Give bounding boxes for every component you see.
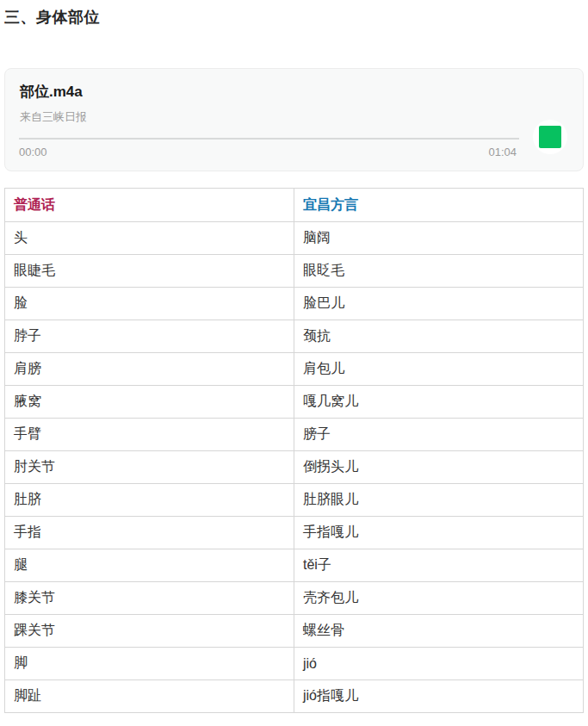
table-row: 腋窝 嘎几窝儿 xyxy=(5,386,584,419)
cell-mandarin: 脸 xyxy=(5,288,294,320)
cell-dialect: 螺丝骨 xyxy=(294,615,584,648)
cell-dialect: jió指嘎儿 xyxy=(294,680,584,713)
cell-dialect: 膀子 xyxy=(294,419,584,451)
table-row: 肘关节 倒拐头儿 xyxy=(5,451,584,484)
audio-file-title: 部位.m4a xyxy=(20,82,83,102)
cell-dialect: 眼眨毛 xyxy=(294,255,584,288)
cell-mandarin: 腋窝 xyxy=(5,386,294,419)
table-row: 膝关节 壳齐包儿 xyxy=(5,582,584,615)
cell-mandarin: 腿 xyxy=(5,549,294,582)
audio-player-card: 部位.m4a 来自三峡日报 00:00 01:04 xyxy=(4,68,584,171)
cell-dialect: 脸巴儿 xyxy=(294,288,584,320)
cell-mandarin: 头 xyxy=(5,222,294,255)
table-row: 脸 脸巴儿 xyxy=(5,288,584,320)
cell-dialect: 嘎几窝儿 xyxy=(294,386,584,419)
table-row: 肚脐 肚脐眼儿 xyxy=(5,484,584,517)
dialect-table: 普通话 宜昌方言 头 脑阔 眼睫毛 眼眨毛 脸 脸巴儿 脖子 颈抗 肩膀 xyxy=(4,188,584,713)
stop-icon xyxy=(539,126,561,148)
cell-dialect: 壳齐包儿 xyxy=(294,582,584,615)
cell-mandarin: 手臂 xyxy=(5,419,294,451)
audio-progress-bar[interactable] xyxy=(19,138,519,140)
table-row: 脚趾 jió指嘎儿 xyxy=(5,680,584,713)
cell-dialect: 颈抗 xyxy=(294,320,584,353)
audio-duration: 01:04 xyxy=(488,146,517,158)
cell-dialect: 脑阔 xyxy=(294,222,584,255)
table-row: 头 脑阔 xyxy=(5,222,584,255)
table-row: 腿 těi子 xyxy=(5,549,584,582)
cell-mandarin: 膝关节 xyxy=(5,582,294,615)
table-row: 脚 jió xyxy=(5,648,584,680)
cell-dialect: 倒拐头儿 xyxy=(294,451,584,484)
cell-mandarin: 肘关节 xyxy=(5,451,294,484)
cell-dialect: 肩包儿 xyxy=(294,353,584,386)
table-row: 踝关节 螺丝骨 xyxy=(5,615,584,648)
cell-dialect: těi子 xyxy=(294,549,584,582)
cell-mandarin: 脚 xyxy=(5,648,294,680)
cell-mandarin: 踝关节 xyxy=(5,615,294,648)
cell-dialect: 肚脐眼儿 xyxy=(294,484,584,517)
cell-mandarin: 脚趾 xyxy=(5,680,294,713)
table-header-row: 普通话 宜昌方言 xyxy=(5,189,584,222)
table-row: 手指 手指嘎儿 xyxy=(5,517,584,549)
cell-mandarin: 手指 xyxy=(5,517,294,549)
table-row: 肩膀 肩包儿 xyxy=(5,353,584,386)
column-header-dialect: 宜昌方言 xyxy=(294,189,584,222)
cell-mandarin: 眼睫毛 xyxy=(5,255,294,288)
cell-mandarin: 脖子 xyxy=(5,320,294,353)
cell-dialect: 手指嘎儿 xyxy=(294,517,584,549)
table-row: 手臂 膀子 xyxy=(5,419,584,451)
cell-mandarin: 肚脐 xyxy=(5,484,294,517)
audio-play-button[interactable] xyxy=(533,120,567,154)
column-header-mandarin: 普通话 xyxy=(5,189,294,222)
section-heading: 三、身体部位 xyxy=(0,0,588,26)
audio-current-time: 00:00 xyxy=(19,146,47,158)
table-row: 脖子 颈抗 xyxy=(5,320,584,353)
table-row: 眼睫毛 眼眨毛 xyxy=(5,255,584,288)
cell-dialect: jió xyxy=(294,648,584,680)
cell-mandarin: 肩膀 xyxy=(5,353,294,386)
audio-source-label: 来自三峡日报 xyxy=(20,109,87,125)
article-page: 三、身体部位 部位.m4a 来自三峡日报 00:00 01:04 普通话 宜昌方… xyxy=(0,0,588,713)
